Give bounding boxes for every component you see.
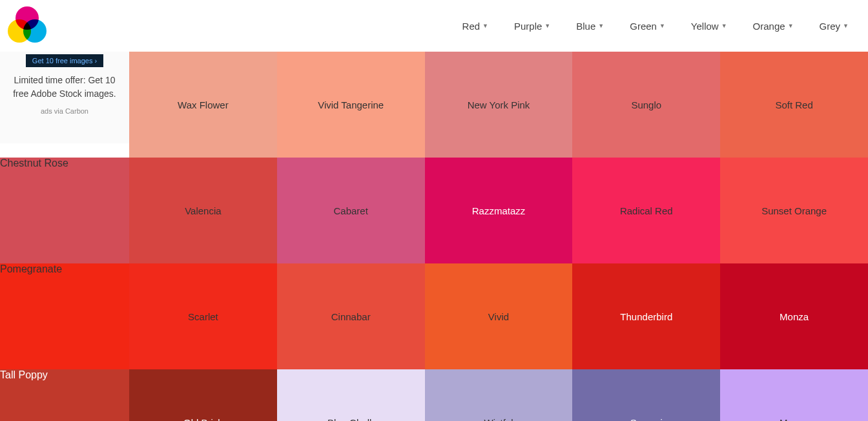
header: Red▼ Purple▼ Blue▼ Green▼ Yellow▼ Orange… <box>0 0 868 52</box>
swatch-label: Monza <box>780 311 809 322</box>
swatch-blue-chalk[interactable]: Blue Chalk <box>277 369 425 421</box>
chevron-down-icon: ▼ <box>788 23 794 29</box>
swatch-old-brick[interactable]: Old Brick <box>129 369 277 421</box>
chevron-down-icon: ▼ <box>482 23 488 29</box>
logo[interactable] <box>6 5 48 46</box>
swatch-label: Soft Red <box>775 99 812 110</box>
ad-badge: Get 10 free images › <box>26 54 103 67</box>
swatch-radical-red[interactable]: Radical Red <box>572 158 720 263</box>
swatch-vivid[interactable]: Vivid <box>425 263 573 369</box>
swatch-soft-red[interactable]: Soft Red <box>720 52 868 158</box>
swatch-label: Mauve <box>780 417 809 422</box>
swatch-vivid-tangerine[interactable]: Vivid Tangerine <box>277 52 425 158</box>
swatch-label: Vivid Tangerine <box>318 99 384 110</box>
nav-label: Orange <box>753 21 785 32</box>
swatch-label: Razzmatazz <box>472 205 526 216</box>
swatch-label: Sunset Orange <box>761 205 827 216</box>
swatch-label: Pomegranate <box>0 263 62 274</box>
swatch-label: Blue Chalk <box>327 417 375 422</box>
main-nav: Red▼ Purple▼ Blue▼ Green▼ Yellow▼ Orange… <box>462 21 855 32</box>
swatch-sunglo[interactable]: Sunglo <box>572 52 720 158</box>
svg-point-2 <box>23 19 46 43</box>
swatch-label: Sunglo <box>631 99 661 110</box>
swatch-label: Valencia <box>185 205 221 216</box>
swatch-scampi[interactable]: Scampi <box>572 369 720 421</box>
nav-grey[interactable]: Grey▼ <box>820 21 849 32</box>
chevron-down-icon: ▼ <box>721 23 727 29</box>
swatch-valencia[interactable]: Valencia <box>129 158 277 263</box>
chevron-down-icon: ▼ <box>659 23 665 29</box>
nav-label: Green <box>630 21 657 32</box>
swatch-tall-poppy[interactable]: Tall Poppy <box>0 369 129 421</box>
ad-text: Limited time offer: Get 10 free Adobe St… <box>8 74 121 101</box>
chevron-down-icon: ▼ <box>843 23 849 29</box>
ad-via: ads via Carbon <box>41 107 88 115</box>
swatch-label: Cinnabar <box>331 311 371 322</box>
nav-label: Grey <box>820 21 841 32</box>
swatch-new-york-pink[interactable]: New York Pink <box>425 52 573 158</box>
nav-label: Yellow <box>691 21 719 32</box>
nav-green[interactable]: Green▼ <box>630 21 665 32</box>
chevron-down-icon: ▼ <box>598 23 604 29</box>
swatch-label: Wistful <box>484 417 513 422</box>
swatch-cabaret[interactable]: Cabaret <box>277 158 425 263</box>
nav-yellow[interactable]: Yellow▼ <box>691 21 727 32</box>
swatch-label: Cabaret <box>334 205 368 216</box>
swatch-label: Chestnut Rose <box>0 158 68 169</box>
swatch-label: Scampi <box>630 417 663 422</box>
swatch-pomegranate[interactable]: Pomegranate <box>0 263 129 369</box>
swatch-sunset-orange[interactable]: Sunset Orange <box>720 158 868 263</box>
swatch-label: Vivid <box>488 311 509 322</box>
chevron-down-icon: ▼ <box>544 23 550 29</box>
swatch-mauve[interactable]: Mauve <box>720 369 868 421</box>
swatch-monza[interactable]: Monza <box>720 263 868 369</box>
swatch-label: Old Brick <box>183 417 223 422</box>
swatch-label: Tall Poppy <box>0 369 48 380</box>
swatch-wax-flower[interactable]: Wax Flower <box>129 52 277 158</box>
swatch-label: Thunderbird <box>620 311 672 322</box>
color-grid: Get 10 free images › Limited time offer:… <box>0 52 868 421</box>
nav-purple[interactable]: Purple▼ <box>514 21 550 32</box>
nav-label: Red <box>462 21 480 32</box>
nav-label: Blue <box>576 21 595 32</box>
swatch-label: Scarlet <box>188 311 218 322</box>
nav-blue[interactable]: Blue▼ <box>576 21 604 32</box>
swatch-wistful[interactable]: Wistful <box>425 369 573 421</box>
swatch-thunderbird[interactable]: Thunderbird <box>572 263 720 369</box>
swatch-label: Radical Red <box>620 205 673 216</box>
swatch-chestnut-rose[interactable]: Chestnut Rose <box>0 158 129 263</box>
nav-red[interactable]: Red▼ <box>462 21 488 32</box>
swatch-label: Wax Flower <box>178 99 229 110</box>
swatch-razzmatazz[interactable]: Razzmatazz <box>425 158 573 263</box>
swatch-scarlet[interactable]: Scarlet <box>129 263 277 369</box>
ad-cell[interactable]: Get 10 free images › Limited time offer:… <box>0 52 129 143</box>
nav-label: Purple <box>514 21 542 32</box>
swatch-cinnabar[interactable]: Cinnabar <box>277 263 425 369</box>
swatch-label: New York Pink <box>468 99 530 110</box>
nav-orange[interactable]: Orange▼ <box>753 21 794 32</box>
